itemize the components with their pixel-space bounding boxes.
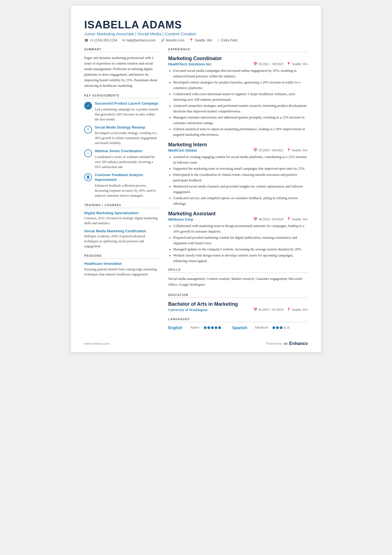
phone-contact: ☎ +1-(234)-555-1234	[84, 38, 117, 42]
job-details-1: 📅 05/2021 - 09/2023 📍 Seattle, WA	[253, 62, 308, 66]
header: ISABELLA ADAMS Junior Marketing Associat…	[84, 19, 308, 42]
bullet-2-4: Monitored social media channels and prov…	[173, 184, 308, 195]
job-meta-row-1: HealthTech Solutions Inc. 📅 05/2021 - 09…	[168, 62, 308, 66]
linkedin-url: linkedin.com	[166, 38, 185, 42]
powered-by-text: Powered by	[266, 342, 282, 345]
dot-es-3	[280, 326, 282, 329]
training-section: TRAINING / COURSES Digital Marketing Spe…	[84, 204, 159, 249]
achievement-title-1: Successful Product Launch Campaign	[95, 101, 159, 106]
experience-label: EXPERIENCE	[168, 48, 308, 52]
summary-label: SUMMARY	[84, 48, 159, 52]
training-title-1: Digital Marketing Specialization	[84, 211, 159, 215]
dot-es-2	[276, 326, 279, 329]
lang-dots-english	[204, 326, 221, 329]
job-title-1: Marketing Coordinator	[168, 56, 308, 61]
dot-es-1	[272, 326, 275, 329]
language-english: English Native	[168, 325, 221, 330]
achievement-desc-4: Enhanced feedback collection process, in…	[95, 183, 159, 198]
pin-icon-3: 📍	[287, 217, 291, 221]
main-content: SUMMARY Eager and dynamic marketing prof…	[84, 48, 308, 336]
achievement-icon-wrap-4: 👤	[84, 173, 92, 181]
lang-dots-spanish	[272, 326, 290, 329]
achievement-content-4: Customer Feedback Analysis Improvement E…	[95, 173, 159, 198]
passion-desc-1: Ensuring patients benefit from cutting-e…	[84, 267, 159, 277]
checkmark-icon: ✓	[87, 103, 90, 108]
pin-icon-2: 📍	[287, 148, 291, 152]
extra-field: Extra Field	[221, 38, 237, 42]
job-bullets-2: Assisted in creating engaging content fo…	[168, 154, 308, 206]
summary-text: Eager and dynamic marketing professional…	[84, 55, 159, 88]
email-icon: ✉	[122, 38, 125, 42]
gender-icon: ⚲	[87, 128, 89, 131]
footer: www.enhancv.com Powered by ∞ Enhancv	[84, 341, 308, 347]
job-company-1: HealthTech Solutions Inc.	[168, 62, 212, 66]
phone-icon: ☎	[84, 38, 88, 42]
email-contact: ✉ help@enhancv.com	[122, 38, 155, 42]
achievement-title-4: Customer Feedback Analysis Improvement	[95, 173, 159, 182]
passion-title-1: Healthcare Innovation	[84, 262, 159, 266]
bullet-1-2: Developed content strategies for product…	[173, 80, 308, 91]
job-details-3: 📅 06/2019 - 04/2020 📍 Seattle, WA	[253, 217, 308, 221]
summary-section: SUMMARY Eager and dynamic marketing prof…	[84, 48, 159, 88]
achievement-desc-2: Revamped social media strategy, resultin…	[95, 130, 159, 145]
calendar-icon-edu: 📅	[253, 308, 257, 312]
job-location-2: 📍 Seattle, WA	[287, 148, 308, 152]
achievements-section: KEY ACHIEVEMENTS ✓ Successful Product La…	[84, 94, 159, 198]
achievement-content-1: Successful Product Launch Campaign Led a…	[95, 101, 159, 122]
link-icon: 🔗	[161, 38, 165, 42]
edu-row: University of Washington 📅 01/2015 - 01/…	[168, 308, 308, 312]
bullet-2-1: Assisted in creating engaging content fo…	[173, 154, 308, 165]
pin-icon-edu: 📍	[287, 308, 291, 312]
languages-section: LANGUAGES English Native	[168, 318, 308, 330]
dot-es-5	[287, 326, 290, 329]
job-title-3: Marketing Assistant	[168, 211, 308, 217]
job-company-2: MediCom Global	[168, 148, 197, 152]
dot-en-4	[215, 326, 217, 329]
pin-icon-1: 📍	[287, 62, 291, 66]
bullet-1-3: Collaborated with cross-functional teams…	[173, 91, 308, 102]
lang-level-spanish: Advanced	[254, 325, 268, 330]
lang-level-english: Native	[190, 325, 199, 330]
calendar-icon-1: 📅	[253, 62, 257, 66]
dot-en-1	[204, 326, 207, 329]
skills-text: Social media management, Content creatio…	[168, 276, 308, 288]
achievement-title-3: Webinar Series Coordination	[95, 149, 159, 154]
screen-icon: ▭	[87, 152, 90, 155]
job-company-3: Wellness Corp	[168, 217, 193, 221]
job-bullets-1: Executed social media campaigns that inc…	[168, 68, 308, 137]
extra-contact: ☆ Extra Field	[217, 38, 237, 42]
achievement-item-1: ✓ Successful Product Launch Campaign Led…	[84, 101, 159, 122]
bullet-2-5: Conducted surveys and compiled reports o…	[173, 195, 308, 206]
email-address: help@enhancv.com	[126, 38, 155, 42]
edu-date: 📅 01/2015 - 01/2019	[253, 308, 283, 312]
star-icon: ☆	[217, 38, 220, 42]
job-details-2: 📅 05/2020 - 04/2021 📍 Seattle, WA	[253, 148, 308, 152]
edu-school: University of Washington	[168, 308, 207, 312]
bullet-3-1: Collaborated with marketing team to desi…	[173, 223, 308, 234]
footer-brand-area: Powered by ∞ Enhancv	[266, 341, 308, 347]
skills-label: SKILLS	[168, 268, 308, 273]
resume-page: ISABELLA ADAMS Junior Marketing Associat…	[71, 6, 321, 352]
footer-brand-name: Enhancv	[289, 341, 308, 346]
achievements-label: KEY ACHIEVEMENTS	[84, 94, 159, 98]
achievement-icon-wrap-1: ✓	[84, 102, 92, 110]
training-label: TRAINING / COURSES	[84, 204, 159, 208]
achievement-icon-wrap-3: ▭	[84, 149, 92, 157]
achievement-content-3: Webinar Series Coordination Coordinated …	[95, 149, 159, 169]
education-label: EDUCATION	[168, 293, 308, 298]
education-section: EDUCATION Bachelor of Arts in Marketing …	[168, 293, 308, 312]
calendar-icon-3: 📅	[253, 217, 257, 221]
bullet-2-2: Supported the marketing team in executin…	[173, 166, 308, 171]
dot-en-3	[211, 326, 214, 329]
passions-label: PASSIONS	[84, 254, 159, 259]
dot-en-2	[207, 326, 210, 329]
edu-meta: 📅 01/2015 - 01/2019 📍 Seattle, WA	[253, 308, 308, 312]
achievement-icon-wrap-2: ⚲	[84, 126, 92, 134]
dot-es-4	[283, 326, 286, 329]
passions-section: PASSIONS Healthcare Innovation Ensuring …	[84, 254, 159, 277]
dot-en-5	[218, 326, 221, 329]
language-spanish: Spanish Advanced	[232, 325, 290, 330]
candidate-title: Junior Marketing Associate | Social Medi…	[84, 31, 308, 36]
achievement-desc-1: Led a marketing campaign for a product l…	[95, 107, 159, 122]
bullet-1-5: Managed customer interactions and addres…	[173, 115, 308, 126]
